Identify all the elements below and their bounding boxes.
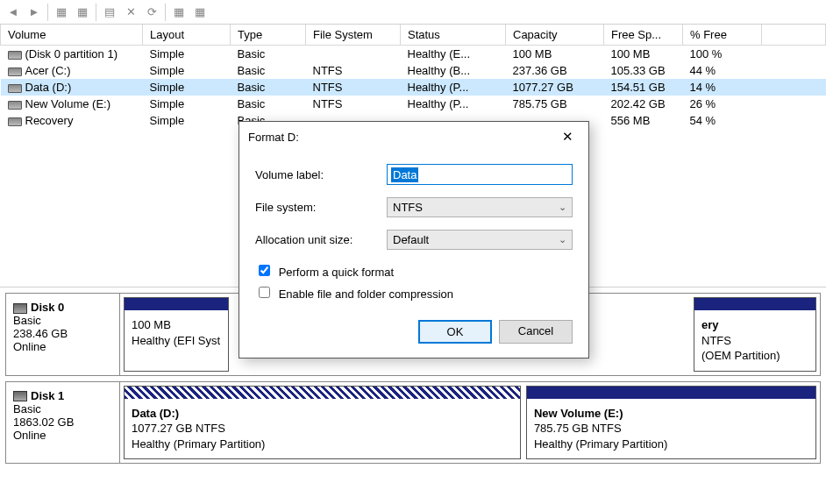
column-header[interactable]: % Free — [683, 25, 762, 46]
partition[interactable]: New Volume (E:)785.75 GB NTFSHealthy (Pr… — [526, 386, 816, 460]
toolbar-btn-icon[interactable]: ▦ — [169, 3, 189, 22]
volume-table[interactable]: VolumeLayoutTypeFile SystemStatusCapacit… — [0, 25, 826, 129]
toolbar-btn-icon[interactable]: ▦ — [73, 3, 92, 22]
filesystem-select[interactable]: NTFS ⌄ — [387, 197, 573, 217]
ok-button[interactable]: OK — [418, 320, 492, 344]
volume-row[interactable]: Data (D:)SimpleBasicNTFSHealthy (P...107… — [1, 79, 826, 96]
column-header[interactable]: Capacity — [506, 25, 604, 46]
volume-row[interactable]: (Disk 0 partition 1)SimpleBasicHealthy (… — [1, 46, 826, 63]
disk-row: Disk 1Basic1863.02 GBOnlineData (D:)1077… — [5, 381, 821, 465]
column-header[interactable]: Free Sp... — [604, 25, 683, 46]
close-icon[interactable]: ✕ — [555, 127, 580, 146]
volume-icon — [8, 101, 22, 110]
volume-row[interactable]: Acer (C:)SimpleBasicNTFSHealthy (B...237… — [1, 62, 826, 79]
alloc-label: Allocation unit size: — [255, 233, 387, 246]
disk-info: Disk 0Basic238.46 GBOnline — [6, 294, 120, 375]
toolbar-fwd-icon[interactable]: ► — [25, 3, 44, 22]
disk-icon — [13, 303, 27, 314]
volume-icon — [8, 117, 22, 126]
volume-label-label: Volume label: — [255, 168, 387, 181]
toolbar-btn-icon[interactable]: ▦ — [190, 3, 210, 22]
column-header[interactable]: File System — [306, 25, 401, 46]
cancel-button[interactable]: Cancel — [499, 320, 573, 344]
partition[interactable]: eryNTFS(OEM Partition) — [694, 297, 816, 372]
compression-checkbox[interactable]: Enable file and folder compression — [255, 284, 573, 301]
disk-info: Disk 1Basic1863.02 GBOnline — [6, 382, 120, 464]
volume-label-input[interactable]: Data — [387, 164, 573, 185]
toolbar-btn-icon[interactable]: ✕ — [121, 3, 140, 22]
column-header[interactable]: Layout — [143, 25, 231, 46]
toolbar-back-icon[interactable]: ◄ — [4, 3, 23, 22]
partition[interactable]: 100 MBHealthy (EFI Syst — [124, 297, 229, 372]
toolbar-btn-icon[interactable]: ▤ — [100, 3, 119, 22]
column-header[interactable]: Type — [231, 25, 306, 46]
filesystem-label: File system: — [255, 201, 387, 214]
format-dialog: Format D: ✕ Volume label: Data File syst… — [239, 121, 589, 358]
volume-icon — [8, 51, 22, 60]
toolbar: ◄ ► ▦ ▦ ▤ ✕ ⟳ ▦ ▦ — [0, 0, 826, 25]
column-header[interactable]: Status — [401, 25, 506, 46]
toolbar-btn-icon[interactable]: ⟳ — [142, 3, 161, 22]
partition[interactable]: Data (D:)1077.27 GB NTFSHealthy (Primary… — [124, 386, 521, 460]
quick-format-checkbox[interactable]: Perform a quick format — [255, 262, 573, 279]
column-header[interactable]: Volume — [1, 25, 143, 46]
volume-icon — [8, 67, 22, 76]
disk-icon — [13, 391, 27, 401]
dialog-title: Format D: — [248, 131, 299, 144]
toolbar-btn-icon[interactable]: ▦ — [52, 3, 71, 22]
chevron-down-icon: ⌄ — [559, 202, 566, 213]
alloc-select[interactable]: Default ⌄ — [387, 230, 573, 250]
volume-icon — [8, 84, 22, 93]
volume-row[interactable]: New Volume (E:)SimpleBasicNTFSHealthy (P… — [1, 96, 826, 112]
chevron-down-icon: ⌄ — [559, 234, 566, 245]
